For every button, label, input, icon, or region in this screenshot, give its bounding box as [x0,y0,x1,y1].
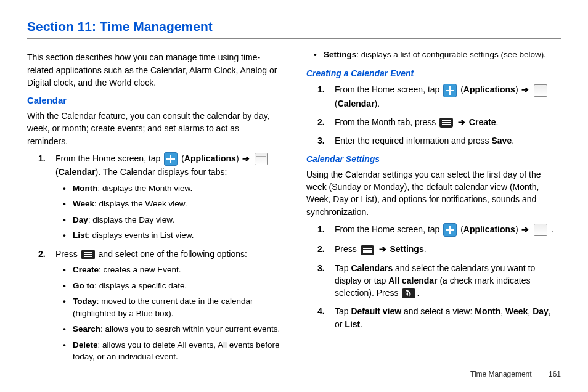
settings-step-2: 2. Press ➔ Settings. [306,243,561,255]
calendar-step-2: 2. Press and select one of the following… [27,248,282,363]
settings-step-4: 4. Tap Default view and select a view: M… [306,305,561,330]
left-column: This section describes how you can manag… [27,49,282,369]
opt-create: Create: creates a new Event. [55,264,282,276]
applications-icon [443,223,457,237]
c-step1-a: From the Home screen, tap [335,84,439,94]
tab-name: List [73,231,88,240]
opt-name: Today [73,296,97,306]
options-list: Create: creates a new Event. Go to: disp… [55,264,282,363]
step2-text-b: and select one of the following options: [99,249,247,259]
c-step2-a: From the Month tab, press [335,117,436,127]
creating-step-3: 3. Enter the required information and pr… [306,134,561,147]
arrow-icon: ➔ [458,117,465,127]
c-step3: Enter the required information and press [335,136,489,145]
applications-icon [443,84,457,97]
save-label: Save [491,136,512,145]
applications-label: Applications [184,153,236,163]
calendar-icon [534,224,547,236]
tab-desc: : displays the Month view. [97,184,192,193]
opt-goto: Go to: displays a specific date. [55,280,282,292]
right-column: Settings: displays a list of configurabl… [306,49,561,369]
page-footer: Time Management 161 [470,369,561,380]
tab-name: Day [73,215,88,224]
settings-step-3: 3. Tap Calendars and select the calendar… [306,262,561,300]
opt-name: Delete [73,340,98,349]
right-top-bullets: Settings: displays a list of configurabl… [306,49,561,61]
settings-intro: Using the Calendar settings you can sele… [306,168,561,218]
applications-label: Applications [463,84,515,94]
calendar-steps: 1. From the Home screen, tap (Applicatio… [27,152,282,363]
calendar-intro: With the Calendar feature, you can consu… [27,110,282,147]
back-icon [402,288,415,298]
opt-name: Go to [73,281,94,290]
tab-desc: : displays events in List view. [88,231,194,240]
opt-name: Settings [324,50,356,59]
intro-paragraph: This section describes how you can manag… [27,51,282,89]
tab-item-month: Month: displays the Month view. [55,182,282,195]
opt-today: Today: moved to the current date in the … [55,295,282,319]
s-step1-a: From the Home screen, tap [335,224,439,234]
step2-text-a: Press [55,249,78,259]
creating-step-2: 2. From the Month tab, press ➔ Create. [306,116,561,128]
arrow-icon: ➔ [379,244,386,254]
settings-step-1: 1. From the Home screen, tap (Applicatio… [306,223,561,237]
horizontal-rule [27,38,561,39]
calendar-icon [255,153,268,165]
paren-close: ) [236,153,239,163]
calendar-icon [534,84,547,97]
s-step2-a: Press [335,244,357,254]
tab-item-week: Week: displays the Week view. [55,198,282,210]
all-calendar-label: All calendar [388,276,437,285]
creating-heading: Creating a Calendar Event [306,67,561,80]
calendar-label: Calendar [338,99,375,108]
view-month: Month [475,306,500,316]
opt-desc: : moved to the current date in the calen… [73,296,253,318]
menu-icon [439,118,453,128]
step1-text-a: From the Home screen, tap [55,153,160,163]
arrow-icon: ➔ [521,224,529,234]
tabs-list: Month: displays the Month view. Week: di… [55,182,282,242]
applications-label: Applications [463,224,515,234]
footer-label: Time Management [470,370,532,378]
settings-steps: 1. From the Home screen, tap (Applicatio… [306,223,561,330]
view-day: Day [533,306,549,316]
default-view-label: Default view [351,306,401,316]
tab-name: Week [73,199,94,208]
content-columns: This section describes how you can manag… [27,49,561,369]
s-step4-c: and select a view: [404,306,472,316]
tab-desc: : displays the Day view. [88,215,174,224]
calendar-heading: Calendar [27,94,282,107]
opt-delete: Delete: allows you to delete All events,… [55,339,282,363]
calendar-step-1: 1. From the Home screen, tap (Applicatio… [27,152,282,242]
creating-step-1: 1. From the Home screen, tap (Applicatio… [306,83,561,110]
tab-name: Month [73,184,97,193]
page-number: 161 [549,370,561,378]
section-title: Section 11: Time Management [27,17,561,36]
opt-search: Search: allows you to search within your… [55,323,282,335]
opt-desc: : allows you to delete All events, All e… [73,340,279,362]
menu-icon [361,245,374,255]
creating-steps: 1. From the Home screen, tap (Applicatio… [306,83,561,147]
calendars-label: Calendars [351,263,393,273]
calendar-label: Calendar [59,167,96,177]
opt-desc: : displays a specific date. [94,281,187,290]
view-list: List [345,319,360,329]
arrow-icon: ➔ [521,84,529,94]
applications-icon [164,152,178,166]
step1-text-e: ). The Calendar displays four tabs: [96,167,227,177]
settings-label: Settings [390,244,423,254]
s-step4-a: Tap [335,306,349,316]
opt-desc: : displays a list of configurable settin… [356,50,546,59]
create-label: Create [469,117,496,127]
opt-desc: : allows you to search within your curre… [100,324,280,333]
settings-heading: Calendar Settings [306,153,561,165]
arrow-icon: ➔ [242,153,250,163]
tab-item-day: Day: displays the Day view. [55,214,282,226]
opt-desc: : creates a new Event. [99,265,181,274]
tab-item-list: List: displays events in List view. [55,229,282,242]
menu-icon [81,250,95,259]
opt-name: Create [73,265,99,274]
view-week: Week [505,306,528,316]
opt-name: Search [73,324,100,333]
tab-desc: : displays the Week view. [94,199,187,208]
